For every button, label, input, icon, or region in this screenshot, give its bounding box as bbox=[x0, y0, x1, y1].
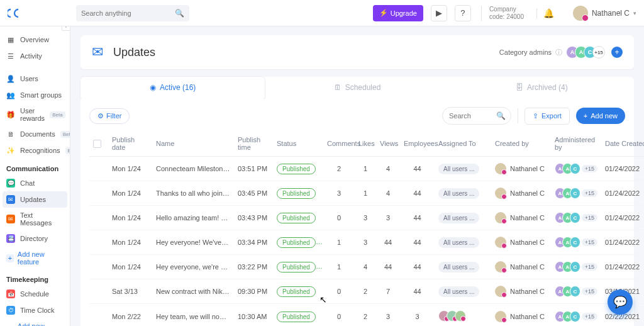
sidebar-item-documents[interactable]: 🗎DocumentsBeta bbox=[0, 126, 70, 142]
upgrade-button[interactable]: ⚡Upgrade bbox=[373, 5, 423, 21]
cell-views: 4 bbox=[376, 181, 400, 206]
cell-date-created: 01/24/2022 bbox=[601, 255, 644, 279]
table-header-row: Publish date Name Publish time Status Co… bbox=[89, 131, 644, 157]
sidebar-add-feature-2[interactable]: +Add new feature bbox=[0, 318, 70, 326]
table-row[interactable]: Mon 1/24 Hey everyone! We've just … 03:3… bbox=[89, 230, 644, 255]
cell-assigned: All users ... bbox=[435, 206, 491, 230]
updates-table: Publish date Name Publish time Status Co… bbox=[89, 131, 644, 326]
user-icon: 👤 bbox=[6, 74, 15, 83]
sidebar-item-text-messages[interactable]: ✉Text Messages bbox=[0, 208, 70, 230]
tab-scheduled[interactable]: 🗓Scheduled bbox=[265, 77, 449, 98]
admin-avatars[interactable]: A A C +15 bbox=[566, 46, 605, 59]
cell-assigned: All users ... bbox=[435, 255, 491, 279]
avatar-icon bbox=[495, 212, 506, 223]
cell-status: Published bbox=[273, 157, 323, 181]
sidebar-item-time-clock[interactable]: ⏱Time Clock bbox=[0, 302, 70, 318]
sidebar-add-feature[interactable]: +Add new feature bbox=[0, 247, 70, 269]
sidebar-item-chat[interactable]: 💬Chat bbox=[0, 175, 70, 191]
col-employees[interactable]: Employees bbox=[400, 131, 435, 157]
assigned-pill[interactable]: All users ... bbox=[438, 262, 479, 273]
sidebar-item-smart-groups[interactable]: 👥Smart groups bbox=[0, 87, 70, 103]
global-search-input[interactable] bbox=[76, 5, 189, 21]
envelope-icon: ✉ bbox=[92, 44, 103, 60]
admin-stack[interactable]: A A C +15 bbox=[555, 237, 597, 248]
cell-likes: 1 bbox=[355, 181, 376, 206]
updates-icon: ✉ bbox=[6, 195, 15, 204]
cell-created-by: Nathanel C bbox=[491, 230, 551, 255]
funnel-icon: ⚙ bbox=[97, 112, 104, 120]
col-assigned-to[interactable]: Assigned To bbox=[435, 131, 491, 157]
col-publish-date[interactable]: Publish date bbox=[108, 131, 152, 157]
admin-stack[interactable]: A A C +15 bbox=[555, 188, 597, 199]
cell-publish-date: Sat 3/13 bbox=[108, 279, 152, 304]
plus-icon: + bbox=[584, 112, 587, 120]
overflow-count: +15 bbox=[582, 189, 597, 197]
overflow-count: +15 bbox=[582, 239, 597, 246]
col-date-created[interactable]: Date Created bbox=[601, 131, 644, 157]
sidebar-item-users[interactable]: 👤Users bbox=[0, 70, 70, 87]
export-icon: ⇪ bbox=[533, 112, 538, 120]
sidebar-item-updates[interactable]: ✉Updates bbox=[3, 191, 67, 208]
grid-icon: ▦ bbox=[6, 35, 15, 44]
col-views[interactable]: Views bbox=[376, 131, 400, 157]
table-row[interactable]: Mon 1/24 Connecteam Milestone! C… 03:51 … bbox=[89, 157, 644, 181]
table-row[interactable]: Sat 3/13 New contract with Nike! … 09:30… bbox=[89, 279, 644, 304]
tab-archived[interactable]: 🗄Archived (4) bbox=[450, 77, 634, 98]
filter-button[interactable]: ⚙Filter bbox=[89, 108, 130, 124]
info-icon[interactable]: ⓘ bbox=[555, 48, 562, 57]
export-button[interactable]: ⇪Export bbox=[525, 108, 570, 125]
question-icon: ? bbox=[460, 8, 465, 18]
col-comments[interactable]: Comments bbox=[323, 131, 355, 157]
add-new-button[interactable]: +Add new bbox=[576, 108, 625, 124]
assigned-avatars[interactable] bbox=[438, 310, 466, 322]
cell-status: Published bbox=[273, 279, 323, 304]
assigned-pill[interactable]: All users ... bbox=[438, 237, 479, 248]
cell-views: 3 bbox=[376, 206, 400, 230]
col-created-by[interactable]: Created by bbox=[491, 131, 551, 157]
col-likes[interactable]: Likes bbox=[355, 131, 376, 157]
table-row[interactable]: Mon 2/22 Hey team, we will now be … 10:3… bbox=[89, 304, 644, 327]
sidebar-item-user-rewards[interactable]: 🎁User rewardsBeta bbox=[0, 103, 70, 126]
cell-name: Connecteam Milestone! C… bbox=[152, 157, 234, 181]
sms-icon: ✉ bbox=[6, 215, 15, 223]
sidebar-item-schedule[interactable]: 📅Schedule bbox=[0, 286, 70, 302]
col-publish-time[interactable]: Publish time bbox=[234, 131, 273, 157]
user-menu[interactable]: Nathanel C ▾ bbox=[568, 6, 636, 21]
admin-stack[interactable]: A A C +15 bbox=[555, 311, 597, 322]
collapse-sidebar-button[interactable]: ‹ bbox=[62, 26, 70, 31]
select-all-checkbox[interactable] bbox=[93, 140, 101, 148]
assigned-pill[interactable]: All users ... bbox=[438, 164, 479, 174]
chat-fab[interactable]: 💬 bbox=[608, 289, 633, 315]
table-row[interactable]: Mon 1/24 Thanks to all who joined u… 03:… bbox=[89, 181, 644, 206]
tab-active[interactable]: ◉Active (16) bbox=[80, 77, 265, 98]
cell-assigned: All users ... bbox=[435, 157, 491, 181]
cell-publish-date: Mon 1/24 bbox=[108, 230, 152, 255]
admin-stack[interactable]: A A C +15 bbox=[555, 163, 597, 174]
help-button[interactable]: ? bbox=[455, 5, 471, 21]
status-badge: Published bbox=[277, 213, 316, 223]
admin-stack[interactable]: A A C +15 bbox=[555, 212, 597, 223]
cell-employees: 44 bbox=[400, 181, 435, 206]
admin-stack[interactable]: A A C +15 bbox=[555, 286, 597, 297]
sidebar-item-overview[interactable]: ▦Overview bbox=[0, 31, 70, 48]
sidebar-item-directory[interactable]: 📇Directory bbox=[0, 230, 70, 247]
assigned-pill[interactable]: All users ... bbox=[438, 286, 479, 297]
assigned-pill[interactable]: All users ... bbox=[438, 188, 479, 199]
table-row[interactable]: Mon 1/24 Hey everyone, we're havin… 03:2… bbox=[89, 255, 644, 279]
directory-icon: 📇 bbox=[6, 234, 15, 243]
cell-publish-date: Mon 1/24 bbox=[108, 157, 152, 181]
play-button[interactable]: ▶ bbox=[431, 5, 447, 21]
add-admin-button[interactable]: + bbox=[611, 47, 623, 58]
doc-icon: 🗎 bbox=[6, 130, 15, 138]
table-row[interactable]: Mon 1/24 Hello amazing team! We'v… 03:43… bbox=[89, 206, 644, 230]
cell-assigned: All users ... bbox=[435, 230, 491, 255]
sidebar-item-activity[interactable]: ☰Activity bbox=[0, 48, 70, 64]
groups-icon: 👥 bbox=[6, 91, 15, 99]
col-name[interactable]: Name bbox=[152, 131, 234, 157]
admin-stack[interactable]: A A C +15 bbox=[555, 261, 597, 273]
sidebar-item-recognitions[interactable]: ✨RecognitionsBeta bbox=[0, 142, 70, 159]
assigned-pill[interactable]: All users ... bbox=[438, 213, 479, 223]
col-administered-by[interactable]: Administered by bbox=[551, 131, 601, 157]
bell-icon[interactable]: 🔔 bbox=[536, 8, 560, 18]
col-status[interactable]: Status bbox=[273, 131, 323, 157]
